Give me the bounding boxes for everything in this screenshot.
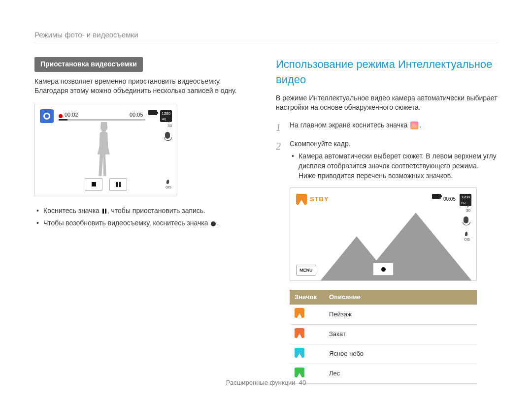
sunset-icon — [295, 328, 304, 338]
row-label: Ясное небо — [324, 344, 477, 364]
forest-icon — [295, 368, 304, 377]
col-icon: Значок — [290, 290, 324, 305]
landscape-icon — [295, 308, 304, 318]
camera-screenshot-stby: STBY 00:05 1280HQ F30 OIS — [290, 187, 477, 281]
bullet-resume: Чтобы возобновить видеосъемку, коснитесь… — [36, 218, 246, 228]
control-buttons — [85, 178, 127, 191]
step-1: 1 На главном экране коснитесь значка . — [276, 121, 498, 134]
breadcrumb: Режимы фото- и видеосъемки — [34, 30, 498, 40]
step-body: На главном экране коснитесь значка . — [290, 121, 421, 134]
ois-indicator: OIS — [165, 178, 172, 190]
clear-sky-icon — [295, 348, 304, 358]
table-row: Ясное небо — [290, 344, 477, 364]
hand-icon — [165, 178, 172, 185]
step-2: 2 Скомпонуйте кадр. Камера автоматически… — [276, 139, 498, 384]
resolution-badge: 1280HQ — [460, 194, 471, 206]
right-column: Использование режима Интеллектуальное ви… — [276, 57, 498, 389]
table-row: Пейзаж — [290, 305, 477, 324]
step-2-sub: Камера автоматически выберет сюжет. В ле… — [290, 152, 498, 181]
menu-button[interactable]: MENU — [296, 265, 316, 276]
battery-icon — [148, 110, 157, 115]
row-label: Закат — [324, 324, 477, 344]
section-header-pause: Приостановка видеосъемки — [34, 57, 143, 72]
total-time: 00:05 — [130, 111, 143, 119]
step-2-detail: Камера автоматически выберет сюжет. В ле… — [292, 152, 498, 181]
step-number: 1 — [276, 121, 283, 134]
record-mode-icon — [40, 109, 54, 123]
scene-badge: STBY — [296, 194, 329, 205]
stby-label: STBY — [310, 195, 329, 204]
steps-list: 1 На главном экране коснитесь значка . 2… — [276, 121, 498, 384]
content-columns: Приостановка видеосъемки Камера позволяе… — [34, 57, 498, 389]
page-footer: Расширенные функции 40 — [0, 378, 532, 387]
progress-bar — [59, 119, 145, 121]
left-column: Приостановка видеосъемки Камера позволяе… — [34, 57, 246, 389]
instruction-list: Коснитесь значка , чтобы приостановить з… — [34, 206, 246, 228]
time-remaining: 00:05 — [443, 196, 456, 203]
stop-button[interactable] — [85, 178, 102, 191]
step-number: 2 — [276, 139, 283, 384]
stop-icon — [92, 182, 96, 186]
pause-icon — [116, 182, 121, 187]
divider — [34, 43, 498, 43]
pause-icon — [102, 209, 106, 214]
col-description: Описание — [324, 290, 477, 305]
elapsed-time: 00:02 — [65, 111, 78, 119]
row-label: Пейзаж — [324, 305, 477, 324]
recording-indicator-icon — [59, 114, 63, 118]
smart-video-intro: В режиме Интеллектуальное видео камера а… — [276, 93, 498, 113]
landscape-scene-icon — [296, 194, 307, 205]
subject-silhouette — [89, 122, 119, 176]
microphone-icon — [165, 132, 170, 139]
record-icon — [381, 267, 386, 272]
pause-description: Камера позволяет временно приостановить … — [34, 77, 246, 96]
record-icon — [211, 221, 216, 226]
smart-video-mode-icon — [410, 122, 418, 129]
bullet-pause: Коснитесь значка , чтобы приостановить з… — [36, 206, 246, 216]
scene-icons-table: Значок Описание Пейзаж Закат — [290, 290, 477, 384]
table-row: Закат — [290, 324, 477, 344]
battery-icon — [432, 194, 441, 199]
camera-screenshot-recording: 00:02 00:05 1280HQ F30 OIS — [34, 104, 177, 196]
pause-button[interactable] — [109, 178, 127, 191]
record-button[interactable] — [373, 263, 394, 276]
section-heading-smart-video: Использование режима Интеллектуальное ви… — [276, 57, 498, 88]
fps-indicator: F30 — [167, 120, 172, 128]
step-body: Скомпонуйте кадр. Камера автоматически в… — [290, 139, 498, 384]
